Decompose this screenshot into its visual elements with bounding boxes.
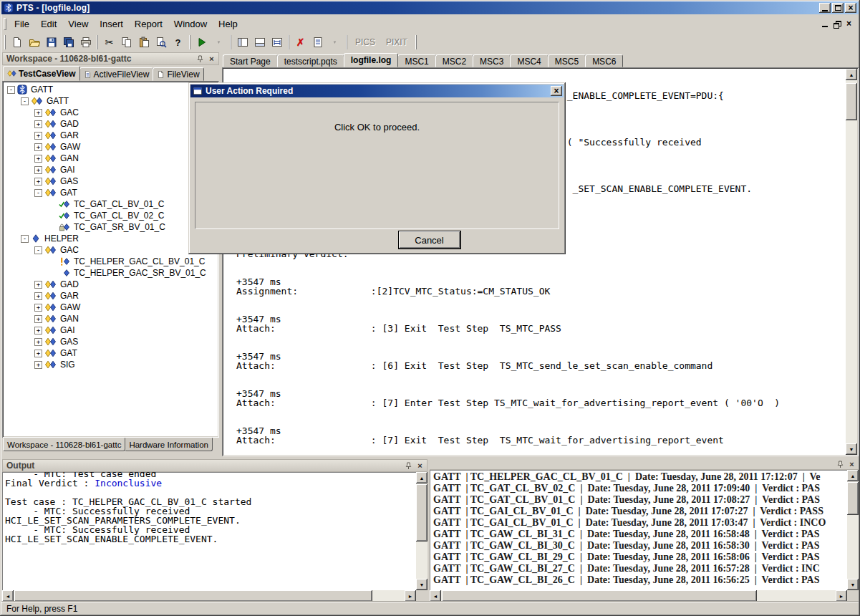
paste-button[interactable] [135, 34, 152, 50]
toolbar-grip[interactable] [415, 35, 417, 49]
expand-toggle[interactable]: + [34, 178, 42, 186]
tree-item-gaw[interactable]: +GAW [4, 141, 219, 153]
tree-item-gaw[interactable]: +GAW [4, 302, 219, 313]
tree-item-gan[interactable]: +GAN [4, 313, 219, 324]
expand-toggle[interactable]: + [34, 327, 42, 335]
tree-item-gas[interactable]: +GAS [4, 336, 219, 347]
expand-toggle[interactable]: + [34, 132, 42, 140]
tree-item-gad[interactable]: +GAD [4, 279, 219, 290]
output-log[interactable]: - MTC: Test case endedFinal Verdict : In… [2, 472, 416, 590]
output-horizontal-scrollbar[interactable]: ◄ ► [2, 590, 416, 602]
menu-item-edit[interactable]: Edit [35, 16, 62, 32]
tab-workspace-110628-bl61-gattc[interactable]: Workspace - 110628-bl61-gattc [3, 438, 125, 451]
expand-toggle[interactable]: + [34, 281, 42, 289]
expand-toggle[interactable]: + [34, 155, 42, 163]
result-row[interactable]: GATT | TC_GAI_CL_BV_01_C | Date: Tuesday… [433, 506, 847, 517]
test-case-tree[interactable]: -GATT-GATT+GAC+GAD+GAR+GAW+GAN+GAI+GAS-G… [2, 81, 219, 438]
expand-toggle[interactable]: + [34, 361, 42, 369]
collapse-toggle[interactable]: - [21, 97, 29, 105]
tree-item-tc-gat-cl-bv-02-c[interactable]: TC_GAT_CL_BV_02_C [4, 210, 219, 221]
tab-msc5[interactable]: MSC5 [548, 54, 586, 67]
tree-item-tc-helper-gac-sr-bv-01-c[interactable]: TC_HELPER_GAC_SR_BV_01_C [4, 267, 219, 279]
scroll-left-button[interactable]: ◄ [430, 590, 441, 602]
scroll-up-button[interactable]: ▲ [847, 470, 859, 481]
scrollbar-thumb[interactable] [846, 83, 857, 120]
tab-hardware-information[interactable]: Hardware Information [125, 438, 213, 451]
results-vertical-scrollbar[interactable]: ▲ ▼ [847, 470, 859, 590]
scroll-right-button[interactable]: ► [836, 590, 847, 602]
menu-item-help[interactable]: Help [213, 16, 243, 32]
test-results-list[interactable]: GATT | TC_HELPER_GAC_CL_BV_01_C | Date: … [430, 470, 847, 590]
msc-view-button[interactable] [269, 34, 285, 50]
toolbar-grip[interactable] [189, 35, 190, 49]
tree-item-gar[interactable]: +GAR [4, 130, 219, 141]
abort-test-button[interactable]: ✗ [292, 34, 309, 50]
result-row[interactable]: GATT | TC_GAT_CL_BV_01_C | Date: Tuesday… [433, 494, 847, 506]
expand-toggle[interactable]: + [34, 292, 42, 300]
output-panel-header[interactable]: Output × [2, 459, 427, 472]
tree-item-gatt[interactable]: -GATT [4, 95, 219, 107]
expand-toggle[interactable]: + [34, 120, 42, 128]
scroll-down-button[interactable]: ▼ [416, 579, 427, 590]
collapse-toggle[interactable]: - [7, 86, 15, 94]
minimize-button[interactable] [819, 3, 831, 13]
tree-item-gat[interactable]: +GAT [4, 347, 219, 359]
tree-item-gac[interactable]: +GAC [4, 107, 219, 118]
result-row[interactable]: GATT | TC_GAW_CL_BI_26_C | Date: Tuesday… [433, 574, 847, 586]
expand-toggle[interactable]: + [34, 338, 42, 346]
tree-item-gan[interactable]: +GAN [4, 153, 219, 164]
results-pin-button[interactable] [835, 459, 846, 469]
tab-logfile-log[interactable]: logfile.log [344, 53, 399, 67]
menu-item-report[interactable]: Report [129, 16, 168, 32]
print-button[interactable] [77, 34, 94, 50]
scroll-up-button[interactable]: ▲ [846, 69, 857, 80]
workspace-panel-header[interactable]: Workspace - 110628-bl61-gattc × [2, 52, 219, 65]
output-close-button[interactable]: × [415, 461, 425, 471]
mdi-restore-button[interactable] [831, 19, 842, 29]
dialog-title-bar[interactable]: User Action Required × [190, 85, 564, 97]
print-preview-button[interactable] [153, 34, 169, 50]
view-log-button[interactable] [309, 34, 326, 50]
scroll-up-button[interactable]: ▲ [416, 472, 427, 483]
collapse-toggle[interactable]: - [34, 246, 42, 254]
scroll-left-button[interactable]: ◄ [2, 590, 14, 602]
verdict-inconclusive[interactable]: Inconclusive [95, 478, 162, 489]
tree-item-gad[interactable]: +GAD [4, 118, 219, 130]
workspace-pin-button[interactable] [195, 54, 206, 64]
tree-item-tc-gat-sr-bv-01-c[interactable]: TC_GAT_SR_BV_01_C [4, 221, 219, 233]
toolbar-grip[interactable] [288, 35, 289, 49]
help-button[interactable]: ? [170, 34, 186, 50]
tree-item-tc-helper-gac-cl-bv-01-c[interactable]: TC_HELPER_GAC_CL_BV_01_C [4, 256, 219, 267]
tab-testscript-pqts[interactable]: testscript.pqts [277, 54, 344, 67]
output-pin-button[interactable] [403, 461, 414, 471]
expand-toggle[interactable]: + [34, 109, 42, 117]
log-vertical-scrollbar[interactable]: ▲ ▼ [846, 69, 857, 455]
mdi-close-button[interactable]: × [844, 19, 854, 29]
tree-item-helper[interactable]: -HELPER [4, 233, 219, 244]
tab-start-page[interactable]: Start Page [223, 54, 278, 67]
cancel-button[interactable]: Cancel [398, 231, 461, 249]
result-row[interactable]: GATT | TC_HELPER_GAC_CL_BV_01_C | Date: … [433, 471, 847, 483]
result-row[interactable]: GATT | TC_GAW_CL_BI_27_C | Date: Tuesday… [433, 563, 847, 574]
tree-item-gac[interactable]: -GAC [4, 244, 219, 256]
menu-item-file[interactable]: File [9, 16, 35, 32]
tree-item-gai[interactable]: +GAI [4, 164, 219, 175]
tab-msc6[interactable]: MSC6 [585, 54, 623, 67]
save-button[interactable] [43, 34, 59, 50]
expand-toggle[interactable]: + [34, 166, 42, 174]
save-all-button[interactable] [60, 34, 77, 50]
toolbar-grip[interactable] [230, 35, 231, 49]
run-test-button[interactable] [193, 34, 210, 50]
tree-item-gas[interactable]: +GAS [4, 175, 219, 187]
title-bar[interactable]: PTS - [logfile.log] × [1, 1, 859, 14]
menu-item-view[interactable]: View [62, 16, 94, 32]
maximize-button[interactable] [832, 3, 844, 13]
tab-msc3[interactable]: MSC3 [473, 54, 511, 67]
menu-item-insert[interactable]: Insert [94, 16, 129, 32]
toolbar-grip[interactable] [4, 35, 6, 49]
toolbar-grip[interactable] [346, 35, 347, 49]
tree-item-gat[interactable]: -GAT [4, 187, 219, 198]
tree-item-tc-gat-cl-bv-01-c[interactable]: TC_GAT_CL_BV_01_C [4, 198, 219, 210]
result-row[interactable]: GATT | TC_GAW_CL_BI_30_C | Date: Tuesday… [433, 540, 847, 552]
expand-toggle[interactable]: + [34, 350, 42, 357]
